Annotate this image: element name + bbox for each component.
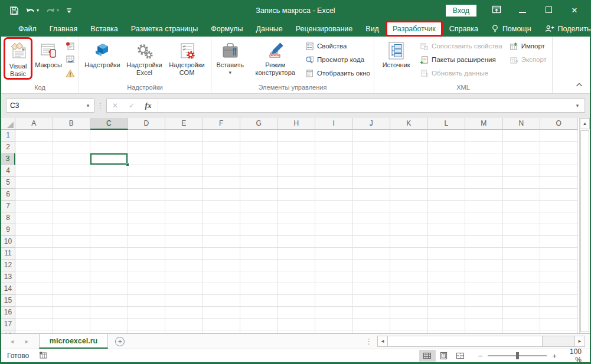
cell-M12[interactable] bbox=[465, 260, 503, 271]
cell-I8[interactable] bbox=[315, 212, 353, 224]
name-box-input[interactable] bbox=[6, 101, 82, 110]
cell-M13[interactable] bbox=[465, 271, 503, 283]
row-header-10[interactable]: 10 bbox=[1, 236, 15, 248]
cell-J16[interactable] bbox=[353, 307, 391, 319]
cell-N3[interactable] bbox=[503, 153, 541, 165]
tab-developer[interactable]: Разработчик bbox=[386, 21, 443, 37]
cell-N11[interactable] bbox=[503, 248, 541, 260]
cell-M2[interactable] bbox=[465, 142, 503, 153]
tab-home[interactable]: Главная bbox=[43, 21, 84, 37]
collapse-ribbon-button[interactable] bbox=[576, 78, 583, 89]
cell-A9[interactable] bbox=[15, 224, 53, 236]
vertical-scroll-thumb[interactable] bbox=[580, 130, 589, 332]
tab-share[interactable]: Поделиться bbox=[538, 21, 591, 37]
previous-sheet-button[interactable]: ◄ bbox=[9, 339, 15, 345]
cell-F14[interactable] bbox=[203, 283, 241, 295]
cell-K9[interactable] bbox=[390, 224, 428, 236]
cell-H15[interactable] bbox=[278, 295, 316, 307]
macro-record-indicator-button[interactable] bbox=[38, 350, 48, 361]
cell-G16[interactable] bbox=[240, 307, 278, 319]
cell-E12[interactable] bbox=[165, 260, 203, 271]
cell-F1[interactable] bbox=[203, 130, 241, 142]
zoom-out-button[interactable]: − bbox=[478, 352, 483, 360]
cell-C12[interactable] bbox=[90, 260, 128, 271]
cell-G5[interactable] bbox=[240, 177, 278, 189]
cell-A7[interactable] bbox=[15, 201, 53, 212]
scroll-up-button[interactable]: ▲ bbox=[580, 118, 590, 129]
cell-F3[interactable] bbox=[203, 153, 241, 165]
cell-A14[interactable] bbox=[15, 283, 53, 295]
cell-N5[interactable] bbox=[503, 177, 541, 189]
cell-H6[interactable] bbox=[278, 189, 316, 201]
column-header-I[interactable]: I bbox=[315, 118, 353, 130]
cell-L2[interactable] bbox=[428, 142, 466, 153]
cell-H1[interactable] bbox=[278, 130, 316, 142]
cell-K1[interactable] bbox=[390, 130, 428, 142]
cell-G3[interactable] bbox=[240, 153, 278, 165]
insert-dropdown-icon[interactable]: ▾ bbox=[229, 70, 232, 76]
maximize-button[interactable] bbox=[543, 6, 554, 15]
cell-O1[interactable] bbox=[540, 130, 578, 142]
cell-J1[interactable] bbox=[353, 130, 391, 142]
cell-A13[interactable] bbox=[15, 271, 53, 283]
cell-D13[interactable] bbox=[128, 271, 166, 283]
cell-F16[interactable] bbox=[203, 307, 241, 319]
cell-E5[interactable] bbox=[165, 177, 203, 189]
cell-B8[interactable] bbox=[53, 212, 91, 224]
cell-B1[interactable] bbox=[53, 130, 91, 142]
cell-J5[interactable] bbox=[353, 177, 391, 189]
cell-J14[interactable] bbox=[353, 283, 391, 295]
cell-A5[interactable] bbox=[15, 177, 53, 189]
cell-E10[interactable] bbox=[165, 236, 203, 248]
cell-D12[interactable] bbox=[128, 260, 166, 271]
cell-H12[interactable] bbox=[278, 260, 316, 271]
cell-O2[interactable] bbox=[540, 142, 578, 153]
cell-D17[interactable] bbox=[128, 319, 166, 330]
cell-E13[interactable] bbox=[165, 271, 203, 283]
fill-handle[interactable] bbox=[126, 163, 129, 166]
tab-help[interactable]: Справка bbox=[443, 21, 485, 37]
cell-N9[interactable] bbox=[503, 224, 541, 236]
minimize-button[interactable] bbox=[517, 6, 528, 15]
next-sheet-button[interactable]: ► bbox=[24, 339, 30, 345]
cell-D1[interactable] bbox=[128, 130, 166, 142]
cell-G7[interactable] bbox=[240, 201, 278, 212]
cell-H4[interactable] bbox=[278, 165, 316, 177]
horizontal-scroll-thumb[interactable] bbox=[388, 336, 543, 346]
cell-K18[interactable] bbox=[390, 330, 428, 333]
cell-A3[interactable] bbox=[15, 153, 53, 165]
cell-D3[interactable] bbox=[128, 153, 166, 165]
select-all-corner[interactable] bbox=[1, 118, 15, 130]
visual-basic-button[interactable]: Visual Basic bbox=[5, 39, 31, 78]
tab-assistant[interactable]: Помощн bbox=[485, 21, 538, 37]
cell-D8[interactable] bbox=[128, 212, 166, 224]
cell-G1[interactable] bbox=[240, 130, 278, 142]
design-mode-button[interactable]: Режим конструктора bbox=[251, 38, 300, 77]
zoom-level-button[interactable]: 100 % bbox=[561, 347, 590, 364]
row-header-2[interactable]: 2 bbox=[1, 142, 15, 153]
cell-M8[interactable] bbox=[465, 212, 503, 224]
zoom-slider-thumb[interactable] bbox=[516, 352, 519, 359]
scroll-left-button[interactable]: ◄ bbox=[378, 336, 388, 346]
row-header-12[interactable]: 12 bbox=[1, 260, 15, 271]
cell-J8[interactable] bbox=[353, 212, 391, 224]
cell-K15[interactable] bbox=[390, 295, 428, 307]
cell-C9[interactable] bbox=[90, 224, 128, 236]
name-box[interactable]: ▾ bbox=[6, 99, 94, 113]
column-header-D[interactable]: D bbox=[128, 118, 166, 130]
cell-D16[interactable] bbox=[128, 307, 166, 319]
column-header-H[interactable]: H bbox=[278, 118, 316, 130]
cell-C2[interactable] bbox=[90, 142, 128, 153]
name-box-dropdown-icon[interactable]: ▾ bbox=[82, 103, 94, 109]
relative-references-button[interactable] bbox=[64, 54, 77, 65]
cell-A16[interactable] bbox=[15, 307, 53, 319]
cell-D6[interactable] bbox=[128, 189, 166, 201]
cell-N4[interactable] bbox=[503, 165, 541, 177]
cell-B9[interactable] bbox=[53, 224, 91, 236]
page-layout-view-button[interactable] bbox=[436, 350, 452, 362]
column-header-C[interactable]: C bbox=[90, 118, 128, 130]
cell-K10[interactable] bbox=[390, 236, 428, 248]
cell-O6[interactable] bbox=[540, 189, 578, 201]
cell-F17[interactable] bbox=[203, 319, 241, 330]
cell-G8[interactable] bbox=[240, 212, 278, 224]
